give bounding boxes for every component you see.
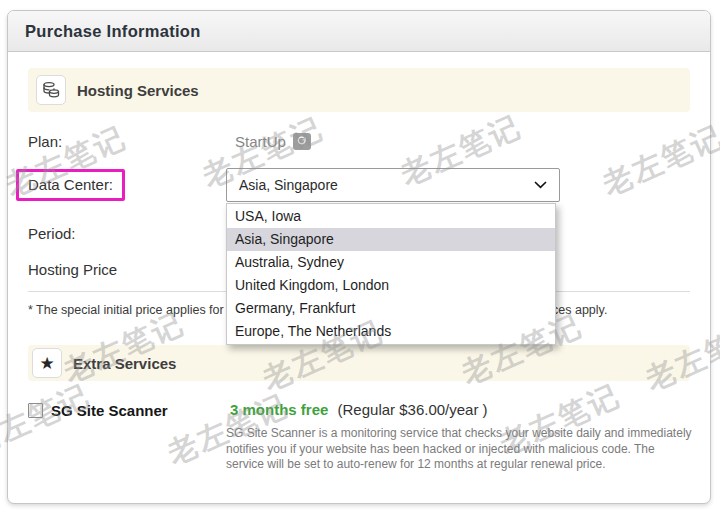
card-header: Purchase Information [8,11,710,52]
data-center-option[interactable]: United Kingdom, London [227,274,555,297]
data-center-select[interactable]: Asia, Singapore [226,168,560,202]
card-body: Hosting Services Plan: StartUp [8,52,710,473]
sg-site-scanner-row: SG Site Scanner 3 months free (Regular $… [28,401,690,473]
sg-site-scanner-label: SG Site Scanner [51,402,168,419]
data-center-option[interactable]: Australia, Sydney [227,251,555,274]
page-title: Purchase Information [25,22,201,40]
data-center-option[interactable]: Asia, Singapore [227,228,555,251]
plan-label: Plan: [28,133,226,150]
data-center-selected-value: Asia, Singapore [239,177,338,193]
plan-value: StartUp [226,133,286,150]
extra-services-title: Extra Services [73,355,176,372]
data-center-row: Data Center: Asia, Singapore USA, Iowa [28,168,690,202]
purchase-information-card: Purchase Information Hosting Services [7,10,711,504]
data-center-option[interactable]: Germany, Frankfurt [227,297,555,320]
price-note-end: ces apply. [552,303,607,317]
hosting-services-title: Hosting Services [77,82,199,99]
extra-services-banner: ★ Extra Services [28,345,690,381]
service-description: SG Site Scanner is a monitoring service … [226,426,694,473]
sg-site-scanner-checkbox[interactable] [28,403,43,418]
data-center-option[interactable]: Europe, The Netherlands [227,320,555,343]
chevron-down-icon [534,181,547,189]
coins-icon [36,75,66,105]
hosting-price-label: Hosting Price [28,261,226,278]
period-label: Period: [28,225,226,242]
price-note-start: * The special initial price applies for … [28,303,245,317]
data-center-option[interactable]: USA, Iowa [227,205,555,228]
data-center-label: Data Center: [28,176,113,193]
regular-price-text: (Regular $36.00/year ) [338,401,488,418]
refresh-plan-button[interactable] [293,133,311,150]
promo-text: 3 months free [230,401,328,418]
plan-row: Plan: StartUp [28,132,690,150]
data-center-dropdown: USA, Iowa Asia, Singapore Australia, Syd… [226,203,556,345]
data-center-highlight-box: Data Center: [16,169,125,201]
hosting-services-banner: Hosting Services [28,68,690,112]
star-icon: ★ [32,348,62,378]
